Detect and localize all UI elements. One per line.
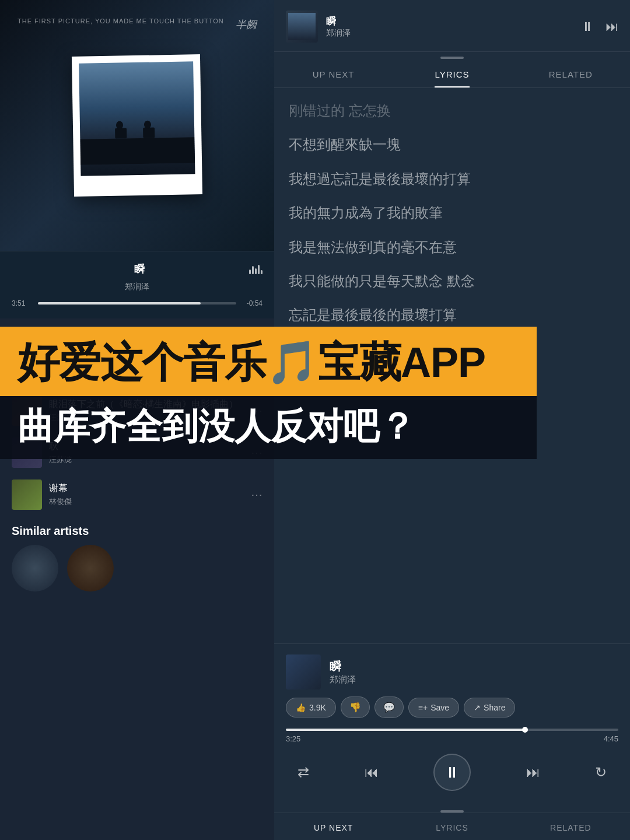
album-polaroid [72,54,202,197]
polaroid-image [79,61,195,176]
progress-row: 3:51 -0:54 [12,299,262,307]
mini-art-inner [288,13,316,40]
header-controls: ⏸ ⏭ [581,19,618,34]
album-section: THE FIRST PICTURE, YOU MADE ME TOUCH THE… [0,0,274,251]
bottom-progress-bar[interactable] [286,729,618,731]
pause-button[interactable]: ⏸ [581,19,594,34]
lyric-line-5: 我只能做的只是每天默念 默念 [289,264,615,298]
play-pause-button[interactable]: ⏸ [433,754,471,791]
bottom-tab-up-next[interactable]: UP NEXT [274,820,393,835]
right-song-title: 瞬 [326,15,573,28]
time-remaining: -0:54 [242,299,262,307]
bottom-progress-fill [286,729,525,731]
tab-up-next[interactable]: UP NEXT [274,59,393,88]
share-label: Share [484,703,505,712]
banner-main-text: 好爱这个音乐🎵宝藏APP [18,340,519,386]
progress-fill [38,302,201,304]
action-row: 👍 3.9K 👎 💬 ≡+ Save ↗ Share [286,696,618,718]
current-time: 3:25 [286,734,300,743]
rec-artist-4: 林俊傑 [49,496,244,507]
next-track-button[interactable]: ⏭ [606,19,618,34]
comment-icon: 💬 [383,702,395,712]
waveform-bar-4 [258,265,260,274]
right-song-artist: 郑润泽 [326,28,573,38]
bottom-progress: 3:25 4:45 [286,729,618,743]
bottom-time-row: 3:25 4:45 [286,734,618,743]
repeat-button[interactable]: ↻ [595,764,607,780]
previous-track-button[interactable]: ⏮ [365,764,379,780]
lyric-line-3: 我的無力成為了我的敗筆 [289,196,615,230]
right-player-bottom: 瞬 郑润泽 👍 3.9K 👎 💬 ≡+ Save ↗ Share [274,643,630,806]
mini-album-art [286,10,318,43]
svg-rect-0 [80,137,195,164]
rec-thumb-4 [12,480,42,510]
like-button[interactable]: 👍 3.9K [286,698,336,718]
lyric-line-4: 我是無法做到真的毫不在意 [289,230,615,264]
rec-song-name-4: 谢幕 [49,482,244,495]
thumbs-up-icon: 👍 [296,703,306,712]
lyric-line-2: 我想過忘記是最後最壞的打算 [289,162,615,196]
tab-lyrics[interactable]: LYRICS [393,59,511,88]
tabs-row: UP NEXT LYRICS RELATED [274,59,630,88]
svg-rect-3 [143,127,155,138]
like-count: 3.9K [309,703,326,712]
rec-more-btn-4[interactable]: ⋯ [251,488,262,502]
list-item[interactable]: 谢幕 林俊傑 ⋯ [0,474,274,516]
share-button[interactable]: ↗ Share [464,698,515,718]
similar-artists-row [0,545,274,592]
waveform-bar-3 [255,268,257,274]
lyric-line-0: 刚错过的 忘怎换 [289,94,615,128]
artist-avatar-2[interactable] [67,545,114,592]
lyric-line-1: 不想到醒來缺一塊 [289,128,615,162]
now-playing-bar: 瞬 郑润泽 3:51 -0:54 [0,251,274,318]
save-icon: ≡+ [418,703,428,712]
tab-related[interactable]: RELATED [512,59,630,88]
album-top-label: THE FIRST PICTURE, YOU MADE ME TOUCH THE… [18,18,224,24]
thumbs-down-icon: 👎 [349,702,361,712]
shuffle-button[interactable]: ⇄ [298,764,309,780]
next-track-button[interactable]: ⏭ [526,764,540,780]
waveform-bar-2 [252,266,254,274]
player-song-info: 瞬 郑润泽 [330,659,356,685]
album-brand-label: 半阙 [236,18,257,32]
bottom-tabs-row: UP NEXT LYRICS RELATED [274,813,630,840]
playback-controls: ⇄ ⏮ ⏸ ⏭ ↻ [286,748,618,794]
comment-button[interactable]: 💬 [374,696,404,718]
player-artist-name: 郑润泽 [330,674,356,685]
player-song-name: 瞬 [330,659,356,674]
total-time: 4:45 [604,734,618,743]
overlay-banner: 好爱这个音乐🎵宝藏APP 曲库齐全到没人反对吧？ [0,327,537,459]
waveform-bar-5 [261,270,262,274]
time-elapsed: 3:51 [12,299,32,307]
player-song-row: 瞬 郑润泽 [286,644,618,696]
bottom-tab-lyrics[interactable]: LYRICS [393,820,511,835]
banner-sub-text: 曲库齐全到没人反对吧？ [18,407,519,446]
right-song-info: 瞬 郑润泽 [326,15,573,38]
bottom-tab-related[interactable]: RELATED [512,820,630,835]
main-song-title: 瞬 [29,262,249,276]
right-header: 瞬 郑润泽 ⏸ ⏭ [274,0,630,52]
rec-info-4: 谢幕 林俊傑 [49,482,244,507]
player-mini-thumbnail [286,654,321,690]
banner-bottom: 曲库齐全到没人反对吧？ [0,396,537,459]
waveform-bar-1 [249,270,251,274]
polaroid-scene-svg [79,61,195,164]
progress-bar[interactable] [38,302,236,304]
save-button[interactable]: ≡+ Save [408,698,459,718]
album-background: THE FIRST PICTURE, YOU MADE ME TOUCH THE… [0,0,274,251]
main-song-artist: 郑润泽 [12,282,262,292]
similar-artists-title: Similar artists [0,516,274,545]
progress-thumb [522,727,528,733]
now-playing-title-row: 瞬 [12,262,262,276]
waveform-icon [249,264,262,274]
share-icon: ↗ [474,703,481,712]
save-label: Save [430,703,449,712]
svg-rect-1 [115,128,127,138]
dislike-button[interactable]: 👎 [341,696,370,718]
banner-top: 好爱这个音乐🎵宝藏APP [0,327,537,396]
artist-avatar-1[interactable] [12,545,58,592]
